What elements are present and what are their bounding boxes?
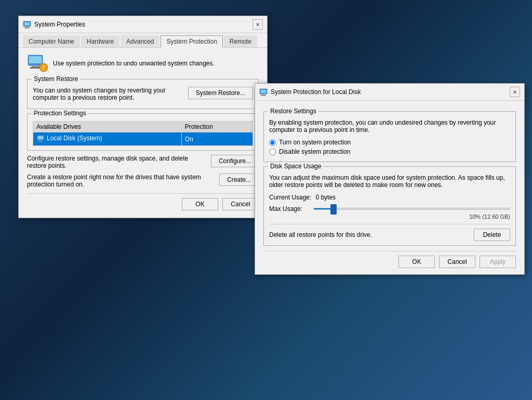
local-disk-dialog: System Protection for Local Disk ✕ Resto… — [255, 83, 525, 275]
svg-rect-14 — [261, 90, 266, 93]
max-usage-label: Max Usage: — [269, 205, 308, 212]
turn-on-radio[interactable] — [269, 139, 276, 146]
svg-rect-3 — [24, 28, 30, 29]
svg-rect-15 — [261, 95, 265, 96]
system-props-tabs: Computer Name Hardware Advanced System P… — [19, 33, 267, 48]
restore-settings-label: Restore Settings — [268, 108, 318, 115]
tab-system-protection[interactable]: System Protection — [161, 35, 222, 48]
system-props-titlebar: System Properties ✕ — [19, 16, 267, 33]
system-props-button-row: OK Cancel — [27, 193, 259, 210]
system-restore-button[interactable]: System Restore... — [188, 87, 253, 99]
restore-settings-description: By enabling system protection, you can u… — [269, 119, 510, 134]
svg-rect-6 — [31, 66, 39, 68]
local-disk-title: System Protection for Local Disk — [271, 88, 361, 96]
disable-protection-option[interactable]: Disable system protection — [269, 148, 510, 155]
system-properties-dialog: System Properties ✕ Computer Name Hardwa… — [18, 16, 268, 218]
configure-description: Configure restore settings, manage disk … — [27, 155, 205, 169]
system-props-content: ! Use system protection to undo unwanted… — [19, 48, 267, 218]
local-disk-ok-button[interactable]: OK — [398, 256, 435, 268]
svg-rect-2 — [25, 27, 29, 28]
current-usage-row: Current Usage: 0 bytes — [269, 194, 510, 201]
create-description: Create a restore point right now for the… — [27, 174, 213, 188]
system-props-cancel-button[interactable]: Cancel — [222, 198, 259, 210]
drives-col-header: Available Drives — [33, 122, 182, 132]
svg-rect-1 — [24, 22, 30, 25]
system-props-icon — [23, 20, 31, 29]
create-row: Create a restore point right now for the… — [27, 174, 259, 188]
protection-settings-section: Protection Settings Available Drives Pro… — [27, 113, 259, 151]
configure-button[interactable]: Configure... — [211, 155, 259, 167]
system-protection-icon: ! — [27, 53, 48, 74]
current-usage-value: 0 bytes — [315, 194, 336, 201]
local-disk-icon — [259, 88, 268, 96]
tab-advanced[interactable]: Advanced — [121, 35, 159, 47]
protection-settings-label: Protection Settings — [32, 110, 88, 117]
system-restore-label: System Restore — [32, 75, 80, 83]
system-restore-description: You can undo system changes by reverting… — [33, 87, 182, 101]
svg-rect-12 — [38, 141, 43, 142]
disk-space-section: Disk Space Usage You can adjust the maxi… — [263, 166, 516, 246]
tab-computer-name[interactable]: Computer Name — [23, 35, 80, 47]
slider-row: Max Usage: — [269, 205, 510, 212]
slider-display-value: 10% (12.60 GB) — [269, 214, 510, 220]
create-button[interactable]: Create... — [219, 174, 259, 186]
system-restore-section: System Restore You can undo system chang… — [27, 79, 259, 109]
restore-settings-section: Restore Settings By enabling system prot… — [263, 111, 516, 162]
system-props-header: ! Use system protection to undo unwanted… — [27, 53, 259, 74]
protection-cell: On — [181, 132, 252, 146]
system-props-ok-button[interactable]: OK — [182, 198, 218, 210]
slider-thumb[interactable] — [330, 204, 337, 215]
tab-hardware[interactable]: Hardware — [81, 35, 119, 47]
local-disk-close-button[interactable]: ✕ — [510, 87, 520, 97]
local-disk-button-row: OK Cancel Apply — [263, 251, 516, 268]
configure-row: Configure restore settings, manage disk … — [27, 155, 259, 169]
local-disk-apply-button[interactable]: Apply — [480, 256, 516, 268]
drive-cell: Local Disk (System) — [33, 132, 182, 146]
local-disk-cancel-button[interactable]: Cancel — [439, 256, 475, 268]
drive-icon — [36, 134, 45, 142]
max-usage-container: Max Usage: 10% (12.60 GB) — [269, 205, 510, 220]
turn-on-label: Turn on system protection — [279, 139, 351, 146]
system-props-header-text: Use system protection to undo unwanted s… — [53, 60, 215, 67]
svg-rect-11 — [38, 136, 43, 139]
disk-space-label: Disk Space Usage — [268, 163, 324, 170]
local-disk-content: Restore Settings By enabling system prot… — [255, 101, 524, 274]
turn-on-protection-option[interactable]: Turn on system protection — [269, 139, 510, 146]
drives-table: Available Drives Protection — [33, 121, 253, 146]
svg-rect-16 — [261, 96, 266, 96]
local-disk-titlebar: System Protection for Local Disk ✕ — [255, 84, 524, 101]
delete-button[interactable]: Delete — [474, 229, 510, 241]
system-props-title: System Properties — [34, 21, 85, 28]
current-usage-label: Current Usage: — [269, 194, 311, 201]
tab-remote[interactable]: Remote — [224, 35, 257, 47]
svg-rect-5 — [29, 56, 42, 63]
disable-radio[interactable] — [269, 149, 276, 155]
protection-col-header: Protection — [181, 122, 252, 132]
svg-text:!: ! — [43, 65, 44, 71]
disk-space-description: You can adjust the maximum disk space us… — [269, 174, 510, 189]
delete-row: Delete all restore points for this drive… — [269, 224, 510, 241]
table-row[interactable]: Local Disk (System) On — [33, 132, 253, 146]
disk-space-slider-track — [313, 208, 510, 210]
system-props-close-button[interactable]: ✕ — [252, 19, 263, 30]
disable-label: Disable system protection — [279, 148, 350, 155]
delete-description: Delete all restore points for this drive… — [269, 231, 372, 238]
